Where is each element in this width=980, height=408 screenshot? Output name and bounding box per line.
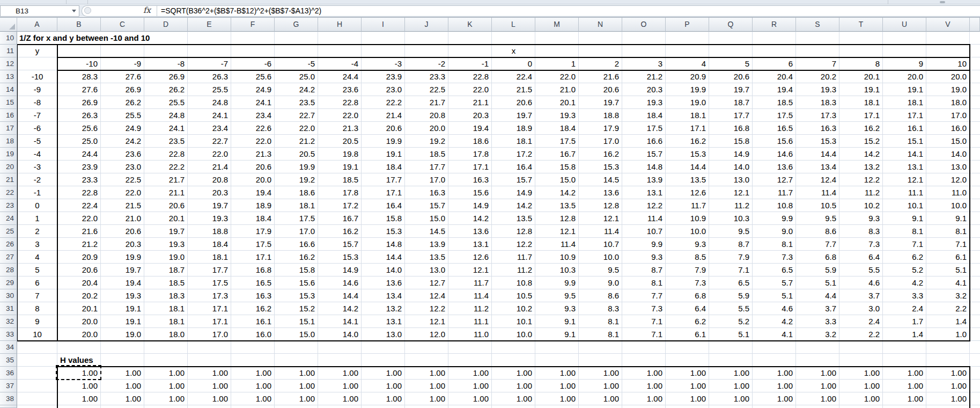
h-value-cell[interactable]: 1.00 <box>144 380 185 392</box>
h-value-cell[interactable]: 1.00 <box>362 380 402 392</box>
cell[interactable]: 22.0 <box>188 148 228 161</box>
cell[interactable]: 18.4 <box>622 109 662 122</box>
cell[interactable]: 25.6 <box>57 122 98 135</box>
cell[interactable]: 22.0 <box>318 109 358 122</box>
cell[interactable]: 17.0 <box>188 328 228 341</box>
y-value-cell[interactable]: 2 <box>17 225 57 238</box>
h-value-cell[interactable]: 1.00 <box>709 380 749 392</box>
cell[interactable]: 15.6 <box>275 276 315 289</box>
cell[interactable]: 13.5 <box>492 212 532 225</box>
cell[interactable]: 10.7 <box>579 238 619 251</box>
cell[interactable]: 5.9 <box>796 264 836 276</box>
cell[interactable]: 17.5 <box>231 238 271 251</box>
cell[interactable]: 19.3 <box>144 238 185 251</box>
column-header[interactable]: U <box>883 18 926 32</box>
cell[interactable]: 12.1 <box>709 186 749 199</box>
cell[interactable]: 15.8 <box>535 161 576 173</box>
cell[interactable]: 15.3 <box>318 251 358 264</box>
cell[interactable]: 17.0 <box>405 173 445 186</box>
cell[interactable]: 20.6 <box>231 161 271 173</box>
cell[interactable]: 9.9 <box>753 212 793 225</box>
cell[interactable]: 23.4 <box>188 122 228 135</box>
h-value-cell[interactable]: 1.00 <box>231 380 271 392</box>
cell[interactable]: 18.4 <box>362 161 402 173</box>
cell[interactable]: 18.1 <box>188 251 228 264</box>
cell[interactable]: 14.1 <box>318 315 358 328</box>
cell[interactable]: 14.2 <box>535 186 576 199</box>
cell[interactable]: 18.5 <box>405 148 445 161</box>
cell[interactable]: 23.5 <box>275 96 315 109</box>
cell[interactable]: 4.1 <box>926 276 967 289</box>
cell[interactable]: 13.6 <box>448 225 489 238</box>
y-value-cell[interactable]: 3 <box>17 238 57 251</box>
column-header[interactable]: J <box>405 18 448 32</box>
cell[interactable]: 7.9 <box>666 264 706 276</box>
cell[interactable]: 16.2 <box>839 122 880 135</box>
cell[interactable]: 16.3 <box>796 122 836 135</box>
cell[interactable]: 11.7 <box>753 186 793 199</box>
cell[interactable]: 21.1 <box>144 186 185 199</box>
cell[interactable]: 19.1 <box>101 315 141 328</box>
cell[interactable]: 17.5 <box>275 212 315 225</box>
y-value-cell[interactable]: 9 <box>17 315 57 328</box>
cell[interactable]: 17.1 <box>839 109 880 122</box>
cell[interactable]: 4.6 <box>753 302 793 315</box>
cell[interactable]: 19.7 <box>101 264 141 276</box>
cell[interactable]: 20.6 <box>362 122 402 135</box>
x-value-cell[interactable]: -6 <box>231 57 271 70</box>
cell[interactable]: 19.9 <box>101 251 141 264</box>
cell[interactable]: 15.1 <box>883 135 923 148</box>
cell[interactable]: 18.4 <box>231 212 271 225</box>
cell[interactable]: 17.8 <box>448 148 489 161</box>
cell[interactable]: 11.7 <box>492 251 532 264</box>
cell[interactable]: 8.7 <box>709 238 749 251</box>
row-header[interactable]: 30 <box>0 289 17 302</box>
cell[interactable]: 20.1 <box>144 212 185 225</box>
cell[interactable]: 25.5 <box>144 96 185 109</box>
cell[interactable]: 14.2 <box>492 199 532 212</box>
insert-function-icon[interactable]: fx <box>138 5 156 17</box>
cell[interactable]: 7.1 <box>622 315 662 328</box>
cell[interactable]: 18.1 <box>883 96 923 109</box>
cell[interactable]: 18.1 <box>144 302 185 315</box>
cell[interactable]: 14.4 <box>796 148 836 161</box>
cell[interactable]: 19.8 <box>318 148 358 161</box>
cell[interactable]: 20.6 <box>492 96 532 109</box>
cell[interactable]: 24.9 <box>101 122 141 135</box>
cell[interactable]: 15.8 <box>362 212 402 225</box>
cell[interactable]: 16.6 <box>622 135 662 148</box>
row-header[interactable]: 32 <box>0 315 17 328</box>
cell[interactable]: 21.1 <box>448 96 489 109</box>
cell[interactable]: 6.2 <box>666 315 706 328</box>
cell[interactable]: 13.9 <box>622 173 662 186</box>
x-value-cell[interactable]: -2 <box>405 57 445 70</box>
cell[interactable]: 1.0 <box>926 328 967 341</box>
h-value-cell[interactable]: 1.00 <box>753 380 793 392</box>
cell[interactable]: 5.2 <box>709 315 749 328</box>
cell[interactable]: 24.1 <box>188 109 228 122</box>
cell[interactable]: 5.9 <box>709 289 749 302</box>
h-value-cell[interactable]: 1.00 <box>753 392 793 405</box>
cell[interactable]: 22.0 <box>101 186 141 199</box>
cell[interactable]: 3.3 <box>796 315 836 328</box>
cell[interactable]: 5.1 <box>796 276 836 289</box>
cell[interactable]: 20.8 <box>405 109 445 122</box>
cell[interactable]: 2.2 <box>926 302 967 315</box>
h-value-cell[interactable]: 1.00 <box>839 380 880 392</box>
cell[interactable]: 10.3 <box>709 212 749 225</box>
cell[interactable]: 8.6 <box>579 289 619 302</box>
cell[interactable]: 18.6 <box>275 186 315 199</box>
h-value-cell[interactable]: 1.00 <box>926 392 967 405</box>
cell[interactable]: 22.8 <box>318 96 358 109</box>
y-value-cell[interactable]: 6 <box>17 276 57 289</box>
cell[interactable]: 15.6 <box>448 186 489 199</box>
x-value-cell[interactable]: -5 <box>275 57 315 70</box>
cell[interactable]: 20.0 <box>231 173 271 186</box>
cell[interactable]: 15.3 <box>796 135 836 148</box>
cell[interactable]: 6.2 <box>883 251 923 264</box>
cell[interactable]: 2.4 <box>883 302 923 315</box>
cell[interactable]: 14.4 <box>362 251 402 264</box>
cell[interactable]: 15.2 <box>275 302 315 315</box>
cell[interactable]: 12.8 <box>579 199 619 212</box>
cell[interactable]: 18.3 <box>796 96 836 109</box>
